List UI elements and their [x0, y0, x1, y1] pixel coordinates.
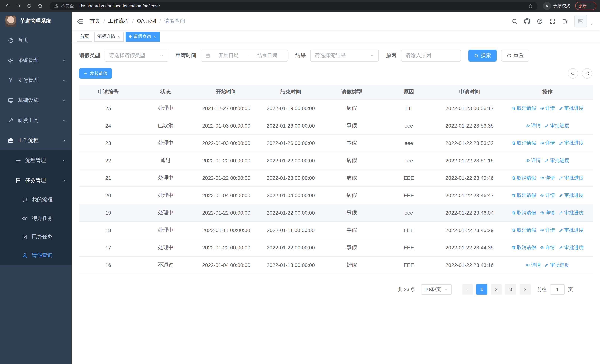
- next-page-button[interactable]: [520, 284, 531, 295]
- search-button[interactable]: 搜索: [469, 50, 497, 62]
- create-leave-button[interactable]: 发起请假: [79, 68, 112, 79]
- progress-link[interactable]: 审批进度: [559, 192, 583, 198]
- sidebar-item-11[interactable]: 请假查询: [0, 246, 72, 265]
- progress-link[interactable]: 审批进度: [559, 227, 583, 233]
- progress-link[interactable]: 审批进度: [559, 209, 583, 216]
- tab-leave-query[interactable]: 请假查询: [126, 32, 160, 41]
- detail-link[interactable]: 详情: [525, 261, 541, 268]
- progress-link[interactable]: 审批进度: [544, 261, 569, 268]
- progress-link[interactable]: 审批进度: [559, 244, 583, 251]
- update-button[interactable]: 更新: [575, 2, 596, 10]
- progress-link[interactable]: 审批进度: [544, 157, 569, 164]
- sidebar-item-4[interactable]: 研发工具: [0, 111, 72, 131]
- sidebar-item-5[interactable]: 工作流程: [0, 131, 72, 150]
- toggle-search-button[interactable]: [568, 68, 578, 79]
- cancel-link[interactable]: 取消请假: [511, 244, 536, 251]
- page-content: 请假类型 请选择请假类型 申请时间 开始日期 - 结束日期: [72, 43, 600, 364]
- result-select[interactable]: 请选择流结果: [310, 50, 379, 62]
- date-range-picker[interactable]: 开始日期 - 结束日期: [201, 50, 288, 62]
- caret-down-icon[interactable]: [590, 22, 594, 26]
- cancel-link[interactable]: 取消请假: [511, 105, 536, 111]
- progress-link[interactable]: 审批进度: [559, 140, 583, 146]
- reason-input[interactable]: 请输入原因: [401, 50, 461, 62]
- cancel-link[interactable]: 取消请假: [511, 192, 536, 198]
- goto-page-input[interactable]: [550, 284, 565, 295]
- cancel-link[interactable]: 取消请假: [511, 209, 536, 216]
- sidebar-item-7[interactable]: 任务管理: [0, 170, 72, 191]
- done-icon: [21, 234, 28, 240]
- eye-icon: [540, 210, 544, 215]
- page-button-2[interactable]: 2: [491, 284, 502, 295]
- sidebar-item-2[interactable]: ¥支付管理: [0, 70, 72, 90]
- help-icon[interactable]: [537, 18, 543, 24]
- tabs-bar: 首页 流程详情 请假查询: [72, 30, 600, 43]
- leave-type-select[interactable]: 请选择请假类型: [104, 50, 168, 62]
- detail-link[interactable]: 详情: [540, 209, 555, 216]
- detail-link[interactable]: 详情: [540, 174, 555, 181]
- chevron-down-icon: [62, 58, 66, 63]
- app-logo[interactable]: 芋道管理系统: [0, 12, 72, 30]
- detail-link[interactable]: 详情: [540, 105, 555, 111]
- cancel-link-label: 取消请假: [517, 192, 536, 198]
- tab-home[interactable]: 首页: [77, 32, 92, 41]
- fullscreen-icon[interactable]: [549, 18, 555, 24]
- detail-link[interactable]: 详情: [540, 192, 555, 198]
- tab-process-detail[interactable]: 流程详情: [94, 32, 124, 41]
- cell-reason: eee: [380, 134, 437, 152]
- sidebar-item-1[interactable]: 系统管理: [0, 50, 72, 70]
- sidebar: 芋道管理系统 首页系统管理¥支付管理基础设施研发工具工作流程流程管理任务管理我的…: [0, 12, 72, 364]
- bookmark-star-icon[interactable]: [528, 3, 533, 8]
- github-icon[interactable]: [524, 18, 530, 24]
- page-size-select[interactable]: 10条/页: [421, 284, 452, 295]
- navbar: 首页/工作流程/OA 示例/请假查询: [72, 12, 600, 30]
- forward-icon[interactable]: [14, 2, 23, 10]
- detail-link[interactable]: 详情: [540, 244, 555, 251]
- cancel-link[interactable]: 取消请假: [511, 227, 536, 233]
- back-icon[interactable]: [4, 2, 12, 10]
- breadcrumb-separator: /: [159, 18, 161, 24]
- hamburger-icon[interactable]: [77, 18, 84, 25]
- progress-link[interactable]: 审批进度: [544, 122, 569, 129]
- cell-end: 2022-01-22 00:00:00: [258, 204, 323, 221]
- breadcrumb-item[interactable]: 首页: [90, 18, 100, 24]
- cell-reason: eee: [380, 152, 437, 169]
- font-size-icon[interactable]: [562, 18, 568, 24]
- reload-icon[interactable]: [25, 2, 33, 10]
- sidebar-item-8[interactable]: 我的流程: [0, 191, 72, 209]
- progress-link[interactable]: 审批进度: [559, 174, 583, 181]
- page-button-1[interactable]: 1: [476, 284, 487, 295]
- address-bar[interactable]: 不安全 dashboard.yudao.iocoder.cn/bpm/oa/le…: [50, 2, 537, 10]
- detail-link[interactable]: 详情: [525, 122, 541, 129]
- reset-button[interactable]: 重置: [501, 50, 529, 62]
- detail-link[interactable]: 详情: [540, 227, 555, 233]
- breadcrumb-item[interactable]: OA 示例: [137, 18, 156, 24]
- progress-link[interactable]: 审批进度: [559, 105, 583, 111]
- progress-link-label: 审批进度: [564, 140, 583, 146]
- detail-link[interactable]: 详情: [525, 157, 541, 164]
- avatar[interactable]: [574, 15, 587, 28]
- sidebar-item-9[interactable]: 待办任务: [0, 209, 72, 228]
- search-icon[interactable]: [511, 18, 518, 24]
- page-button-3[interactable]: 3: [505, 284, 516, 295]
- breadcrumb-separator: /: [103, 18, 105, 24]
- cancel-link[interactable]: 取消请假: [511, 174, 536, 181]
- cancel-link[interactable]: 取消请假: [511, 140, 536, 146]
- detail-link-label: 详情: [545, 174, 555, 181]
- search-button-label: 搜索: [481, 52, 491, 59]
- leave-type-label: 请假类型: [79, 52, 100, 59]
- sidebar-item-0[interactable]: 首页: [0, 30, 72, 50]
- close-icon[interactable]: [117, 35, 121, 38]
- sidebar-item-6[interactable]: 流程管理: [0, 150, 72, 170]
- refresh-table-button[interactable]: [582, 68, 592, 79]
- prev-page-button[interactable]: [462, 284, 473, 295]
- cell-status: 不通过: [137, 256, 194, 274]
- chevron-down-icon: [444, 287, 448, 291]
- sidebar-item-10[interactable]: 已办任务: [0, 228, 72, 246]
- logo-avatar: [5, 16, 16, 27]
- detail-link[interactable]: 详情: [540, 140, 555, 146]
- browser-menu-icon[interactable]: [589, 3, 593, 8]
- breadcrumb-item[interactable]: 工作流程: [108, 18, 129, 24]
- sidebar-item-3[interactable]: 基础设施: [0, 90, 72, 111]
- home-icon[interactable]: [36, 2, 44, 10]
- close-icon[interactable]: [153, 35, 156, 38]
